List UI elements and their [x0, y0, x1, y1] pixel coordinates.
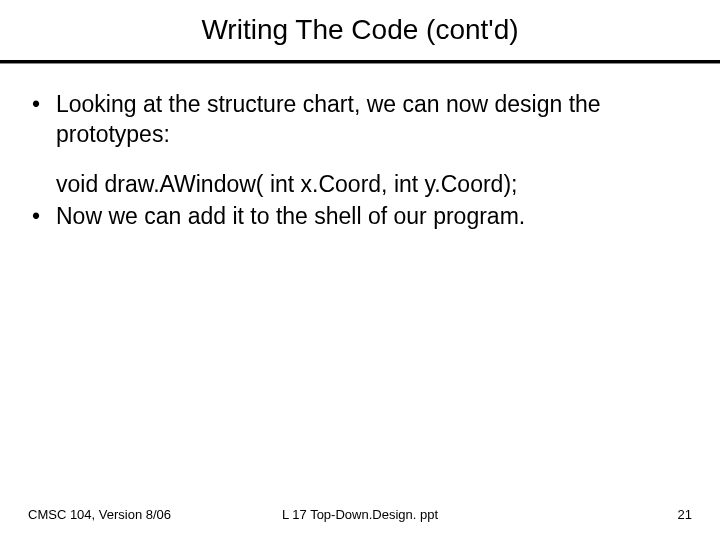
bullet-text: Looking at the structure chart, we can n…	[56, 90, 692, 150]
bullet-item: • Looking at the structure chart, we can…	[28, 90, 692, 150]
footer-center: L 17 Top-Down.Design. ppt	[282, 507, 438, 522]
slide-title: Writing The Code (cont'd)	[0, 0, 720, 56]
footer-right: 21	[678, 507, 692, 522]
slide: Writing The Code (cont'd) • Looking at t…	[0, 0, 720, 540]
bullet-mark: •	[28, 202, 56, 232]
code-line: void draw.AWindow( int x.Coord, int y.Co…	[56, 170, 692, 200]
slide-content: • Looking at the structure chart, we can…	[0, 64, 720, 232]
slide-footer: CMSC 104, Version 8/06 L 17 Top-Down.Des…	[0, 507, 720, 522]
footer-left: CMSC 104, Version 8/06	[28, 507, 171, 522]
bullet-mark: •	[28, 90, 56, 150]
bullet-item: • Now we can add it to the shell of our …	[28, 202, 692, 232]
bullet-text: Now we can add it to the shell of our pr…	[56, 202, 692, 232]
